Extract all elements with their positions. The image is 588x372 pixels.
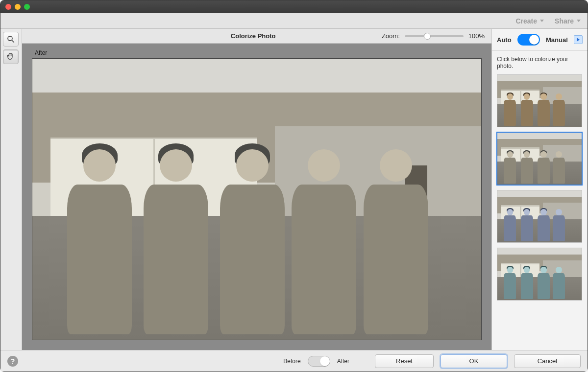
- top-menubar: Create Share: [0, 13, 588, 29]
- play-icon: [577, 38, 580, 42]
- chevron-down-icon: [577, 20, 581, 22]
- maximize-window-button[interactable]: [24, 4, 30, 10]
- chevron-down-icon: [540, 20, 544, 22]
- center-pane: Colorize Photo Zoom: 100% After: [22, 29, 491, 350]
- cancel-button-label: Cancel: [538, 357, 557, 365]
- zoom-tool-button[interactable]: [3, 32, 19, 46]
- center-header: Colorize Photo Zoom: 100%: [22, 29, 491, 44]
- canvas-area: After: [22, 44, 491, 350]
- panel-help-button[interactable]: [574, 35, 583, 44]
- svg-point-0: [8, 36, 12, 41]
- main-body: Colorize Photo Zoom: 100% After: [0, 29, 588, 350]
- create-menu[interactable]: Create: [515, 17, 544, 25]
- traffic-lights: [5, 4, 30, 10]
- help-button[interactable]: ?: [7, 356, 18, 367]
- left-toolbar: [0, 29, 22, 350]
- create-menu-label: Create: [515, 17, 537, 25]
- canvas-state-label: After: [35, 49, 482, 56]
- window-titlebar: [0, 0, 588, 13]
- photo-canvas[interactable]: [32, 58, 482, 340]
- color-variant-list: [497, 74, 583, 301]
- zoom-readout: 100%: [468, 32, 485, 40]
- minimize-window-button[interactable]: [15, 4, 21, 10]
- before-after-toggle[interactable]: [308, 356, 330, 367]
- zoom-label: Zoom:: [382, 32, 400, 40]
- mode-auto-label: Auto: [497, 36, 512, 44]
- zoom-control: Zoom: 100%: [382, 32, 485, 40]
- color-variant-1[interactable]: [497, 74, 582, 127]
- options-panel: Auto Manual Click below to colorize your…: [491, 29, 588, 350]
- ok-button[interactable]: OK: [441, 354, 507, 368]
- zoom-slider[interactable]: [405, 35, 464, 37]
- reset-button[interactable]: Reset: [375, 354, 434, 368]
- page-title: Colorize Photo: [231, 32, 276, 40]
- before-after-knob: [320, 356, 330, 366]
- before-label: Before: [283, 358, 300, 365]
- hand-icon: [6, 52, 15, 61]
- bottom-bar: ? Before After Reset OK Cancel: [0, 350, 588, 372]
- photo-content: [32, 59, 481, 340]
- auto-manual-toggle[interactable]: [517, 34, 540, 46]
- close-window-button[interactable]: [5, 4, 11, 10]
- app-window: Create Share Colorize Photo Zoom:: [0, 0, 588, 372]
- svg-line-1: [12, 40, 14, 43]
- mode-switch-row: Auto Manual: [497, 34, 583, 46]
- ok-button-label: OK: [469, 357, 479, 365]
- mode-manual-label: Manual: [546, 36, 568, 44]
- color-variant-2[interactable]: [497, 132, 582, 185]
- hand-tool-button[interactable]: [3, 49, 19, 64]
- color-variant-3[interactable]: [497, 190, 582, 243]
- magnifier-icon: [6, 35, 15, 44]
- divider: [492, 50, 588, 51]
- toggle-knob: [529, 35, 539, 45]
- zoom-slider-thumb[interactable]: [424, 33, 431, 40]
- reset-button-label: Reset: [396, 357, 413, 365]
- color-variant-4[interactable]: [497, 248, 582, 301]
- share-menu-label: Share: [555, 17, 574, 25]
- panel-hint: Click below to colorize your photo.: [497, 56, 583, 70]
- share-menu[interactable]: Share: [555, 17, 581, 25]
- help-glyph: ?: [11, 357, 15, 365]
- cancel-button[interactable]: Cancel: [514, 354, 581, 368]
- after-label: After: [337, 358, 349, 365]
